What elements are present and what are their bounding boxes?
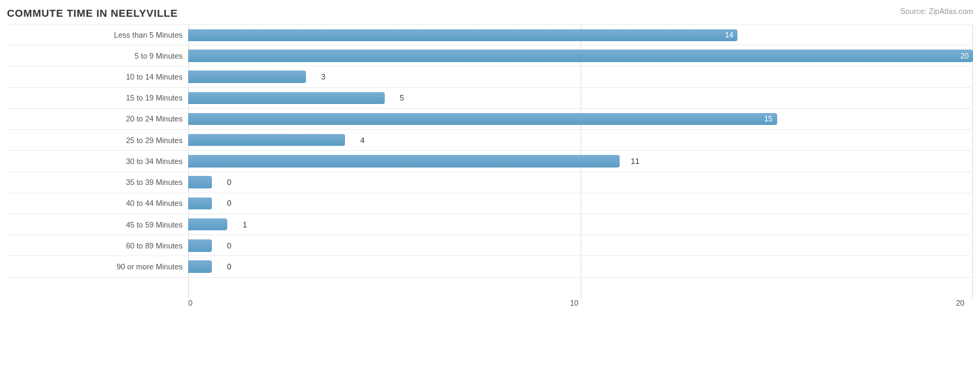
- bar-row: 40 to 44 Minutes0: [7, 193, 973, 214]
- bar-fill: 11: [188, 155, 620, 167]
- bar-value-inside: 14: [725, 31, 733, 39]
- bar-label: 10 to 14 Minutes: [7, 73, 188, 81]
- bar-track: 3: [188, 70, 973, 83]
- bar-row: 20 to 24 Minutes15: [7, 109, 973, 130]
- bar-fill: 20: [188, 50, 973, 62]
- bar-fill-zero: 0: [188, 239, 212, 252]
- bar-label: 25 to 29 Minutes: [7, 136, 188, 144]
- bar-fill: 14: [188, 29, 737, 41]
- bar-track: 0: [188, 260, 973, 273]
- bar-value: 11: [631, 157, 639, 165]
- bar-fill: 5: [188, 92, 385, 105]
- bar-value: 0: [227, 262, 231, 271]
- bar-fill-zero: 0: [188, 260, 212, 273]
- bar-track: 1: [188, 218, 973, 231]
- bar-row: 30 to 34 Minutes11: [7, 151, 973, 172]
- bar-row: Less than 5 Minutes14: [7, 24, 973, 45]
- bar-row: 35 to 39 Minutes0: [7, 172, 973, 193]
- bars-section: Less than 5 Minutes145 to 9 Minutes2010 …: [7, 24, 973, 299]
- bar-row: 15 to 19 Minutes5: [7, 88, 973, 109]
- bar-track: 11: [188, 155, 973, 167]
- bar-label: 20 to 24 Minutes: [7, 114, 188, 123]
- bar-fill: 1: [188, 218, 227, 231]
- bar-track: 4: [188, 134, 973, 147]
- bar-row: 90 or more Minutes0: [7, 256, 973, 277]
- bar-track: 15: [188, 113, 973, 126]
- bar-value-inside: 15: [764, 114, 772, 123]
- bar-label: 45 to 59 Minutes: [7, 221, 188, 229]
- bar-row: 25 to 29 Minutes4: [7, 130, 973, 151]
- x-axis: 0 10 20: [188, 299, 973, 316]
- bar-track: 0: [188, 239, 973, 252]
- bar-label: 90 or more Minutes: [7, 262, 188, 271]
- bar-value-inside: 20: [960, 52, 969, 60]
- bar-track: 0: [188, 176, 973, 188]
- chart-title: COMMUTE TIME IN NEELYVILLE: [7, 7, 973, 19]
- bar-label: 30 to 34 Minutes: [7, 157, 188, 165]
- bar-value: 0: [227, 178, 231, 186]
- bar-value: 0: [227, 241, 231, 250]
- chart-container: COMMUTE TIME IN NEELYVILLE Source: ZipAt…: [0, 0, 980, 365]
- bar-track: 0: [188, 198, 973, 210]
- bar-label: Less than 5 Minutes: [7, 31, 188, 39]
- bar-fill: 4: [188, 134, 345, 147]
- chart-area: Less than 5 Minutes145 to 9 Minutes2010 …: [7, 24, 973, 316]
- bar-track: 5: [188, 92, 973, 105]
- bar-value: 3: [321, 73, 326, 81]
- bar-row: 5 to 9 Minutes20: [7, 45, 973, 66]
- x-axis-label-20: 20: [956, 299, 965, 307]
- bar-row: 45 to 59 Minutes1: [7, 214, 973, 235]
- bar-fill-zero: 0: [188, 176, 212, 188]
- bar-fill: 3: [188, 70, 306, 83]
- bar-value: 1: [243, 221, 247, 229]
- bar-label: 35 to 39 Minutes: [7, 178, 188, 186]
- bar-row: 10 to 14 Minutes3: [7, 66, 973, 87]
- x-axis-label-0: 0: [188, 299, 192, 307]
- bar-fill-zero: 0: [188, 198, 212, 210]
- x-axis-label-10: 10: [570, 299, 579, 307]
- bar-value: 5: [399, 94, 404, 102]
- bar-label: 40 to 44 Minutes: [7, 199, 188, 207]
- bar-label: 60 to 89 Minutes: [7, 241, 188, 250]
- bar-value: 0: [227, 199, 231, 207]
- bar-label: 15 to 19 Minutes: [7, 94, 188, 102]
- bar-value: 4: [360, 136, 365, 144]
- chart-source: Source: ZipAtlas.com: [900, 7, 973, 15]
- bar-fill: 15: [188, 113, 777, 126]
- bar-track: 20: [188, 50, 973, 62]
- bar-label: 5 to 9 Minutes: [7, 52, 188, 60]
- bar-row: 60 to 89 Minutes0: [7, 235, 973, 256]
- bar-track: 14: [188, 29, 973, 41]
